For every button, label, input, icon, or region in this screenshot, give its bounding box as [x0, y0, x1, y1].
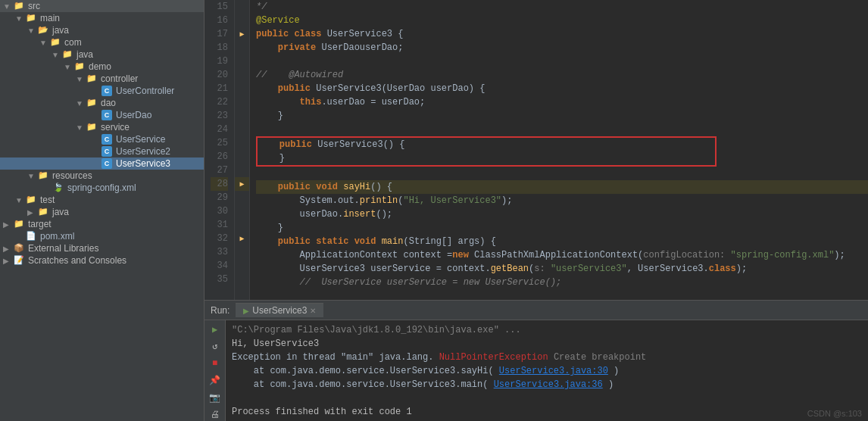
stack-trace-link-1[interactable]: UserService3.java:30	[499, 366, 608, 376]
tree-item-resources[interactable]: ▼ 📁 resources	[0, 170, 204, 182]
tree-label: target	[28, 219, 52, 229]
tree-item-external[interactable]: ▶ 📦 External Libraries	[0, 242, 204, 254]
tree-item-demo[interactable]: ▼ 📁 demo	[0, 61, 204, 73]
tree-item-UserController[interactable]: C UserController	[0, 85, 204, 97]
maven-icon: 📄	[26, 231, 38, 242]
expand-arrow: ▶	[27, 208, 38, 217]
expand-arrow: ▼	[27, 172, 38, 180]
code-line-23: }	[256, 109, 868, 123]
tree-item-UserService2[interactable]: C UserService2	[0, 145, 204, 157]
tree-label: External Libraries	[28, 243, 98, 254]
expand-arrow: ▼	[27, 27, 38, 35]
close-tab-button[interactable]: ✕	[310, 307, 316, 315]
java-folder-icon: 📁	[38, 207, 50, 217]
tree-item-dao[interactable]: ▼ 📁 dao	[0, 97, 204, 109]
expand-arrow: ▼	[39, 39, 50, 47]
tree-item-spring-config[interactable]: 🍃 spring-config.xml	[0, 182, 204, 194]
output-line-2: Hi, UserService3	[232, 337, 862, 351]
tree-label: demo	[89, 61, 111, 72]
tree-item-com[interactable]: ▼ 📁 com	[0, 36, 204, 48]
code-line-15: */	[256, 0, 868, 14]
tree-label: UserService	[116, 134, 165, 145]
output-line-1: "C:\Program Files\Java\jdk1.8.0_192\bin\…	[232, 323, 862, 337]
run-content-area: ▶ ↺ ■ 📌 📷 🖨 "C:\Program Files\Java\jdk1.…	[205, 320, 868, 421]
output-line-5: at com.java.demo.service.UserService3.ma…	[232, 378, 862, 391]
tree-item-pom[interactable]: 📄 pom.xml	[0, 230, 204, 242]
tree-item-UserService3[interactable]: C UserService3	[0, 157, 204, 170]
expand-arrow: ▶	[3, 257, 14, 265]
class-icon: C	[101, 158, 114, 169]
code-text-area[interactable]: */ @Service public class UserService3 {	[250, 0, 868, 300]
tree-item-controller[interactable]: ▼ 📁 controller	[0, 73, 204, 85]
expand-arrow: ▼	[52, 51, 62, 59]
expand-arrow: ▼	[15, 196, 26, 204]
class-icon: C	[101, 134, 114, 145]
expand-arrow: ▶	[3, 245, 14, 253]
tree-label: UserService2	[116, 146, 170, 157]
ext-icon: 📦	[14, 243, 26, 254]
tree-item-scratches[interactable]: ▶ 📝 Scratches and Consoles	[0, 254, 204, 267]
expand-arrow: ▶	[3, 220, 14, 229]
output-line-4: at com.java.demo.service.UserService3.sa…	[232, 364, 862, 378]
folder-icon: 📁	[74, 61, 86, 72]
code-line-30: userDao. insert ();	[256, 207, 868, 221]
output-line-7: Process finished with exit code 1	[232, 405, 862, 419]
expand-arrow: ▼	[76, 75, 86, 83]
tree-label: java	[52, 25, 69, 36]
code-line-35: // UserService userService = new UserSer…	[256, 276, 868, 289]
tree-item-java3[interactable]: ▶ 📁 java	[0, 206, 204, 218]
run-panel: Run: ▶ UserService3 ✕ ▶ ↺ ■ 📌 📷 🖨 "C:\	[205, 300, 868, 421]
rerun-button[interactable]: ↺	[208, 341, 223, 354]
stop-button[interactable]: ■	[208, 357, 223, 370]
output-line-6	[232, 391, 862, 405]
code-line-22: this .userDao = userDao;	[256, 95, 868, 109]
file-tree-sidebar: ▼ 📁 src ▼ 📁 main ▼ 📂 java ▼ 📁 com ▼ 📁 ja…	[0, 0, 205, 421]
tree-item-test[interactable]: ▼ 📁 test	[0, 194, 204, 206]
tree-label: pom.xml	[40, 231, 74, 242]
tree-label: UserDao	[116, 110, 151, 120]
code-line-31: }	[256, 221, 868, 235]
pin-button[interactable]: 📌	[208, 375, 223, 388]
tree-item-target[interactable]: ▶ 📁 target	[0, 218, 204, 230]
tree-label: UserController	[116, 86, 174, 96]
camera-button[interactable]: 📷	[208, 391, 223, 404]
code-line-34: UserService3 userService = context. getB…	[256, 262, 868, 276]
tree-item-UserService[interactable]: C UserService	[0, 133, 204, 145]
main-area: ▼ 📁 src ▼ 📁 main ▼ 📂 java ▼ 📁 com ▼ 📁 ja…	[0, 0, 868, 421]
folder-icon: 📁	[86, 98, 98, 108]
run-button[interactable]: ▶	[208, 323, 223, 336]
class-icon: C	[101, 86, 114, 96]
tree-item-main[interactable]: ▼ 📁 main	[0, 12, 204, 24]
run-label: Run:	[211, 305, 229, 316]
tree-label: dao	[101, 98, 116, 108]
print-button[interactable]: 🖨	[208, 409, 223, 422]
code-line-16: @Service	[256, 14, 868, 27]
run-output: "C:\Program Files\Java\jdk1.8.0_192\bin\…	[226, 320, 868, 421]
tree-label: spring-config.xml	[67, 182, 136, 193]
tree-label: com	[64, 37, 82, 48]
run-tab-userservice3[interactable]: ▶ UserService3 ✕	[236, 303, 323, 317]
run-tab-bar: Run: ▶ UserService3 ✕	[205, 301, 868, 320]
expand-arrow: ▼	[64, 63, 74, 71]
expand-arrow: ▼	[76, 99, 86, 108]
run-icon: ▶	[243, 307, 249, 315]
folder-icon: 📁	[14, 219, 26, 229]
class-icon: C	[101, 110, 114, 120]
code-line-24	[256, 123, 868, 136]
stack-trace-link-2[interactable]: UserService3.java:36	[494, 379, 603, 390]
folder-icon: 📁	[26, 195, 38, 205]
code-line-25: public UserService3() {	[256, 136, 717, 151]
tree-label: java	[76, 49, 93, 60]
tree-item-service[interactable]: ▼ 📁 service	[0, 121, 204, 133]
tree-item-src[interactable]: ▼ 📁 src	[0, 0, 204, 12]
watermark: CSDN @s:103	[807, 409, 862, 418]
tree-item-java2[interactable]: ▼ 📁 java	[0, 48, 204, 61]
expand-arrow: ▼	[76, 123, 86, 132]
tree-label: service	[101, 122, 130, 133]
folder-icon: 📁	[50, 37, 62, 48]
code-editor: 15 16 17 18 19 20 21 22 23 24 25 26 27 2…	[205, 0, 868, 300]
folder-icon: 📁	[26, 13, 38, 23]
tree-item-UserDao[interactable]: C UserDao	[0, 109, 204, 121]
tree-item-java[interactable]: ▼ 📂 java	[0, 24, 204, 36]
code-line-21: public UserService3(UserDao userDao) {	[256, 82, 868, 95]
